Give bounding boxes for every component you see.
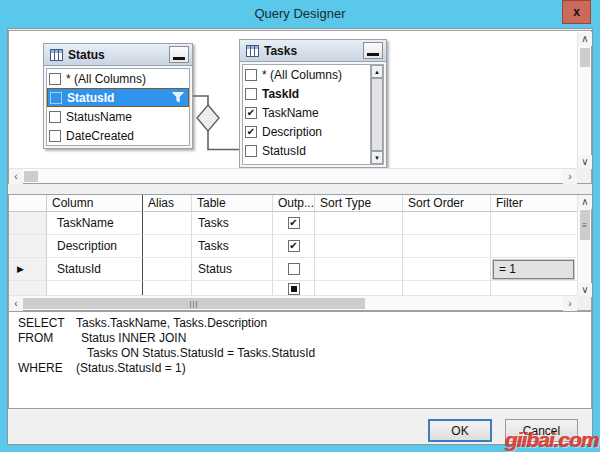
column-label: StatusId <box>262 144 306 158</box>
cell-sort-order[interactable] <box>403 258 491 281</box>
cell-table[interactable]: Status <box>192 258 273 281</box>
diagram-horizontal-scrollbar[interactable]: ‹ › <box>9 168 577 183</box>
ok-button[interactable]: OK <box>428 419 492 442</box>
sql-pane[interactable]: SELECT Tasks.TaskName, Tasks.Description… <box>8 311 592 409</box>
cell-column[interactable] <box>47 281 143 295</box>
column-checkbox[interactable] <box>49 73 61 85</box>
status-box-header[interactable]: Status <box>44 44 192 66</box>
row-selector[interactable] <box>9 212 47 235</box>
cell-sort-order[interactable] <box>403 281 491 295</box>
current-row-marker-icon: ▶ <box>17 264 24 274</box>
column-checkbox[interactable] <box>245 126 257 138</box>
grid-header-row: Column Alias Table Outp... Sort Type Sor… <box>9 195 577 212</box>
table-icon <box>246 45 259 57</box>
scrollbar-thumb[interactable]: ≡ <box>580 210 590 240</box>
thumb-grip-icon: ||| <box>189 299 198 308</box>
cell-alias[interactable] <box>143 235 192 258</box>
cell-output <box>273 235 315 258</box>
cell-output <box>273 212 315 235</box>
scroll-left-icon[interactable]: ‹ <box>9 296 23 311</box>
grid-vertical-scrollbar[interactable]: ∧ ≡ ∨ <box>577 195 591 297</box>
cell-column[interactable]: Description <box>47 235 143 258</box>
scroll-up-icon[interactable]: ∧ <box>578 32 592 46</box>
column-checkbox[interactable] <box>49 130 61 142</box>
column-item[interactable]: StatusName <box>47 107 189 126</box>
minimize-button[interactable] <box>169 46 189 63</box>
scroll-up-icon[interactable]: ▲ <box>371 65 383 78</box>
tasks-list-scrollbar[interactable]: ▲ ▼ <box>370 65 383 164</box>
column-item[interactable]: DateCreated <box>47 126 189 145</box>
column-item[interactable]: TaskId <box>243 84 383 103</box>
cell-filter[interactable] <box>491 235 577 258</box>
minimize-icon <box>367 53 379 56</box>
column-item-partial <box>243 160 383 165</box>
column-item[interactable]: StatusId <box>243 141 383 160</box>
row-selector[interactable]: ▶ <box>9 258 47 281</box>
row-selector[interactable] <box>9 281 47 295</box>
minimize-button[interactable] <box>363 42 383 59</box>
cell-sort-order[interactable] <box>403 212 491 235</box>
column-checkbox[interactable] <box>245 145 257 157</box>
scroll-down-icon[interactable]: ∨ <box>578 155 592 169</box>
cell-column[interactable]: TaskName <box>47 212 143 235</box>
output-checkbox[interactable] <box>288 240 300 252</box>
sql-keyword: SELECT <box>18 316 76 331</box>
column-item[interactable]: StatusId <box>47 88 189 107</box>
cell-alias[interactable] <box>143 212 192 235</box>
column-item[interactable]: TaskName <box>243 103 383 122</box>
column-item[interactable]: * (All Columns) <box>47 69 189 88</box>
scroll-right-icon[interactable]: › <box>563 169 577 184</box>
column-label: * (All Columns) <box>66 72 146 86</box>
column-item[interactable]: * (All Columns) <box>243 65 383 84</box>
status-column-list: * (All Columns) StatusId StatusName <box>46 68 190 146</box>
column-checkbox[interactable] <box>49 111 61 123</box>
sql-keyword: FROM <box>18 331 76 346</box>
cell-filter: = 1 <box>491 258 577 281</box>
sql-keyword <box>18 346 76 361</box>
scroll-left-icon[interactable]: ‹ <box>9 169 23 184</box>
diagram-vertical-scrollbar[interactable]: ∧ ∨ <box>577 32 591 169</box>
close-button[interactable]: x <box>562 0 591 24</box>
scrollbar-thumb[interactable] <box>24 171 38 182</box>
filter-value-input[interactable]: = 1 <box>493 260 574 279</box>
tasks-column-list: * (All Columns) TaskId TaskName Descript… <box>242 64 384 165</box>
column-checkbox[interactable] <box>245 107 257 119</box>
grid-horizontal-scrollbar[interactable]: ‹ ||| › <box>9 295 577 310</box>
column-checkbox[interactable] <box>245 88 257 100</box>
row-selector[interactable] <box>9 235 47 258</box>
cell-table[interactable]: Tasks <box>192 235 273 258</box>
cell-sort-type[interactable] <box>315 235 403 258</box>
scrollbar-thumb[interactable] <box>371 78 383 151</box>
scrollbar-thumb[interactable] <box>580 48 590 67</box>
cell-sort-type[interactable] <box>315 212 403 235</box>
column-label: DateCreated <box>66 129 134 143</box>
output-checkbox[interactable] <box>288 283 300 295</box>
cell-alias[interactable] <box>143 258 192 281</box>
cell-table[interactable]: Tasks <box>192 212 273 235</box>
scroll-right-icon[interactable]: › <box>563 296 577 311</box>
cell-sort-type[interactable] <box>315 258 403 281</box>
cell-sort-order[interactable] <box>403 235 491 258</box>
output-checkbox[interactable] <box>288 263 300 275</box>
titlebar[interactable]: Query Designer x <box>0 0 600 28</box>
scroll-down-icon[interactable]: ▼ <box>371 151 383 164</box>
column-checkbox[interactable] <box>245 69 257 81</box>
scrollbar-corner <box>577 295 591 310</box>
cell-filter[interactable] <box>491 212 577 235</box>
column-item[interactable]: Description <box>243 122 383 141</box>
scrollbar-thumb[interactable]: ||| <box>23 298 365 309</box>
sql-line: FROM Status INNER JOIN <box>18 331 587 346</box>
cell-filter[interactable] <box>491 281 577 295</box>
scrollbar-corner <box>577 168 591 183</box>
minimize-icon <box>173 57 185 60</box>
cell-alias[interactable] <box>143 281 192 295</box>
tasks-box-header[interactable]: Tasks <box>240 40 386 62</box>
inner-join-diamond-icon[interactable] <box>197 105 219 131</box>
output-checkbox[interactable] <box>288 217 300 229</box>
cell-table[interactable] <box>192 281 273 295</box>
cell-column[interactable]: StatusId <box>47 258 143 281</box>
grid-header-alias: Alias <box>143 195 192 212</box>
column-checkbox[interactable] <box>50 92 62 104</box>
scroll-up-icon[interactable]: ∧ <box>578 195 592 209</box>
cell-sort-type[interactable] <box>315 281 403 295</box>
